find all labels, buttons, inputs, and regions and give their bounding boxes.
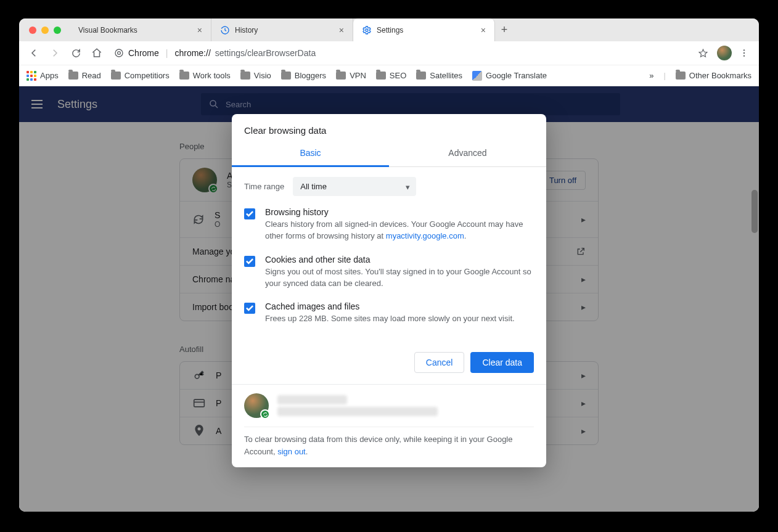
footer-note: To clear browsing data from this device …	[244, 433, 534, 457]
folder-icon	[240, 72, 250, 80]
time-range-select[interactable]: All time ▾	[293, 177, 416, 196]
url-path: settings/clearBrowserData	[215, 48, 316, 58]
forward-button[interactable]	[46, 44, 63, 62]
bookmark-folder[interactable]: Work tools	[179, 71, 231, 80]
dialog-tabs: Basic Advanced	[232, 142, 546, 167]
folder-icon	[676, 72, 686, 80]
chrome-icon	[114, 48, 124, 58]
menu-button[interactable]	[735, 44, 753, 62]
checkbox-description: Frees up 228 MB. Some sites may load mor…	[265, 313, 515, 325]
gear-icon	[362, 25, 372, 35]
bookmark-label: Work tools	[193, 71, 231, 80]
home-button[interactable]	[88, 44, 105, 62]
folder-icon	[416, 72, 426, 80]
close-tab-icon[interactable]: ×	[339, 25, 344, 35]
bookmark-label: Apps	[40, 71, 59, 80]
minimize-window-button[interactable]	[41, 27, 49, 34]
bookmarks-overflow[interactable]: »	[649, 71, 653, 80]
reload-button[interactable]	[67, 44, 84, 62]
account-name-redacted: XXXXXXXXXXXXX	[277, 395, 347, 404]
folder-icon	[376, 72, 386, 80]
myactivity-link[interactable]: myactivity.google.com	[386, 231, 464, 240]
tab-settings[interactable]: Settings ×	[353, 18, 495, 41]
cancel-button[interactable]: Cancel	[414, 352, 465, 373]
history-icon	[220, 25, 230, 35]
bookmark-label: SEO	[390, 71, 406, 80]
url-field[interactable]: Chrome | chrome://settings/clearBrowserD…	[109, 48, 713, 59]
checkbox-title: Cookies and other site data	[265, 255, 534, 264]
time-range-label: Time range	[244, 182, 284, 191]
close-tab-icon[interactable]: ×	[481, 25, 486, 35]
bookmark-folder[interactable]: Read	[68, 71, 101, 80]
tab-basic[interactable]: Basic	[232, 142, 389, 167]
star-icon[interactable]	[698, 48, 708, 59]
clear-data-button[interactable]: Clear data	[470, 352, 534, 373]
title-bar: Visual Bookmarks × History × Settings × …	[19, 18, 759, 41]
browser-window: Visual Bookmarks × History × Settings × …	[19, 18, 759, 512]
maximize-window-button[interactable]	[54, 27, 61, 34]
svg-point-2	[118, 52, 121, 55]
time-range-value: All time	[300, 182, 327, 191]
folder-icon	[111, 72, 121, 80]
checkbox-title: Browsing history	[265, 207, 534, 217]
bookmark-label: Bloggers	[295, 71, 326, 80]
new-tab-button[interactable]: +	[495, 18, 514, 41]
bookmark-folder[interactable]: SEO	[376, 71, 406, 80]
checkbox-cache[interactable]: Cached images and files Frees up 228 MB.…	[244, 301, 534, 325]
bookmark-label: Satellites	[430, 71, 462, 80]
back-button[interactable]	[25, 44, 43, 62]
translate-icon	[472, 71, 482, 81]
bookmark-label: Other Bookmarks	[689, 71, 751, 80]
svg-point-0	[366, 29, 368, 31]
bookmark-folder[interactable]: Competitiors	[111, 71, 170, 80]
bookmark-other-bookmarks[interactable]: Other Bookmarks	[676, 71, 751, 80]
traffic-lights	[19, 18, 70, 41]
bookmark-label: VPN	[350, 71, 366, 80]
chevron-down-icon: ▾	[406, 182, 410, 191]
bookmark-label: Competitiors	[125, 71, 170, 80]
bookmark-google-translate[interactable]: Google Translate	[472, 71, 547, 81]
close-window-button[interactable]	[29, 27, 36, 34]
tab-advanced[interactable]: Advanced	[389, 142, 546, 166]
checkbox-cookies[interactable]: Cookies and other site data Signs you ou…	[244, 255, 534, 290]
sign-out-link[interactable]: sign out	[277, 447, 306, 456]
bookmarks-bar: Apps Read Competitiors Work tools Visio …	[19, 65, 759, 86]
checkbox-description: Clears history from all signed-in device…	[265, 219, 534, 242]
checkbox-icon[interactable]	[244, 303, 255, 314]
folder-icon	[68, 72, 78, 80]
url-host: chrome://	[174, 48, 210, 58]
bookmark-apps[interactable]: Apps	[27, 71, 59, 81]
clear-browsing-data-dialog: Clear browsing data Basic Advanced Time …	[232, 114, 546, 467]
signed-in-account: XXXXXXXXXXXXX XXXXXXXXXXXXXXXXXXXXXXXXXX…	[244, 393, 534, 427]
dialog-title: Clear browsing data	[232, 114, 546, 142]
tab-label: History	[235, 26, 334, 35]
avatar	[244, 393, 269, 418]
apps-icon	[27, 71, 36, 81]
bookmark-label: Google Translate	[486, 71, 547, 80]
svg-point-5	[743, 55, 745, 56]
bookmark-folder[interactable]: Bloggers	[281, 71, 326, 80]
bookmark-label: Visio	[254, 71, 271, 80]
account-email-redacted: XXXXXXXXXXXXXXXXXXXXXXXXXXXXXX	[277, 407, 438, 416]
folder-icon	[281, 72, 291, 80]
address-bar: Chrome | chrome://settings/clearBrowserD…	[19, 41, 759, 65]
checkbox-icon[interactable]	[244, 256, 255, 267]
checkbox-icon[interactable]	[244, 208, 255, 219]
close-tab-icon[interactable]: ×	[197, 25, 202, 35]
tab-history[interactable]: History ×	[211, 18, 353, 41]
bookmark-folder[interactable]: Visio	[240, 71, 271, 80]
svg-point-1	[115, 49, 123, 57]
folder-icon	[336, 72, 346, 80]
tab-visual-bookmarks[interactable]: Visual Bookmarks ×	[70, 18, 211, 41]
sync-badge-icon	[260, 409, 270, 419]
bookmark-label: Read	[82, 71, 101, 80]
profile-avatar[interactable]	[717, 46, 732, 60]
svg-point-4	[743, 52, 745, 54]
folder-icon	[179, 72, 189, 80]
svg-point-3	[743, 49, 745, 51]
tab-label: Visual Bookmarks	[78, 26, 192, 35]
bookmark-folder[interactable]: VPN	[336, 71, 366, 80]
checkbox-browsing-history[interactable]: Browsing history Clears history from all…	[244, 207, 534, 242]
tab-label: Settings	[377, 26, 476, 35]
bookmark-folder[interactable]: Satellites	[416, 71, 462, 80]
